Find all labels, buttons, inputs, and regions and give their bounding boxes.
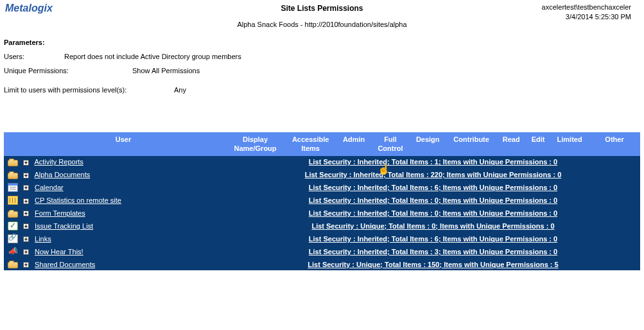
expand-toggle[interactable] — [23, 249, 29, 255]
list-security-link[interactable]: List Security : Inherited; Total Items :… — [309, 248, 557, 256]
list-security-link[interactable]: List Security : Inherited; Total Items :… — [309, 235, 557, 243]
list-name-link[interactable]: Shared Documents — [35, 261, 95, 268]
list-name-link[interactable]: Form Templates — [35, 209, 85, 217]
table-row: Now Hear This!List Security : Inherited;… — [4, 245, 640, 258]
list-name-link[interactable]: Activity Reports — [34, 158, 83, 166]
expand-toggle[interactable] — [23, 173, 29, 178]
expand-toggle[interactable] — [23, 223, 29, 229]
calendar-icon — [8, 183, 18, 192]
param-unique-value: Show All Permissions — [132, 67, 640, 74]
param-users-value: Report does not include Active Directory… — [64, 53, 640, 60]
parameters-heading: Parameters: — [4, 39, 640, 46]
table-row: CP Statistics on remote siteList Securit… — [4, 194, 640, 207]
param-limit-label: Limit to users with permissions level(s)… — [4, 86, 174, 94]
table-row: Activity ReportsList Security : Inherite… — [4, 156, 640, 169]
list-security-link[interactable]: List Security : Inherited; Total Items :… — [309, 209, 557, 217]
list-name-link[interactable]: Calendar — [35, 184, 64, 191]
table-row: Alpha DocumentsList Security : Inherited… — [4, 168, 640, 181]
param-users-label: Users: — [4, 53, 64, 60]
list-security-link[interactable]: List Security : Inherited; Total Items :… — [309, 184, 557, 191]
list-security-link[interactable]: List Security : Unique; Total Items : 0;… — [311, 222, 554, 230]
list-security-link[interactable]: List Security : Inherited; Total Items :… — [309, 196, 557, 204]
expand-toggle[interactable] — [23, 185, 29, 191]
param-unique-label: Unique Permissions: — [4, 67, 132, 74]
col-limited[interactable]: Limited — [550, 132, 589, 156]
folder-icon — [8, 262, 18, 268]
table-row: Issue Tracking ListList Security : Uniqu… — [4, 220, 640, 232]
folder-icon — [8, 173, 18, 179]
folder-icon — [8, 211, 18, 218]
col-read[interactable]: Read — [497, 132, 526, 156]
current-user: axcelertest\testbenchaxceler — [542, 3, 631, 12]
list-name-link[interactable]: Alpha Documents — [34, 171, 90, 178]
report-timestamp: 3/4/2014 5:25:30 PM — [542, 12, 631, 22]
table-row: CalendarList Security : Inherited; Total… — [4, 181, 640, 194]
logo: Metalogix — [5, 3, 53, 14]
col-full[interactable]: Full Control — [371, 132, 410, 156]
links-icon — [8, 234, 18, 243]
sheet-icon — [8, 196, 18, 205]
list-name-link[interactable]: Now Hear This! — [35, 248, 83, 256]
list-name-link[interactable]: Issue Tracking List — [35, 222, 93, 230]
col-accessible[interactable]: Accessible Items — [284, 132, 336, 156]
table-row: Form TemplatesList Security : Inherited;… — [4, 207, 640, 220]
expand-toggle[interactable] — [23, 236, 29, 242]
list-security-link[interactable]: List Security : Inherited; Total Items :… — [305, 171, 562, 178]
col-display[interactable]: Display Name/Group — [226, 132, 284, 156]
horn-icon — [8, 247, 18, 256]
expand-toggle[interactable] — [23, 211, 29, 216]
col-other[interactable]: Other — [589, 132, 640, 156]
col-user[interactable]: User — [21, 132, 226, 156]
col-admin[interactable]: Admin — [336, 132, 371, 156]
param-limit-value: Any — [174, 86, 640, 94]
table-row: LinksList Security : Inherited; Total It… — [4, 232, 640, 245]
list-security-link[interactable]: List Security : Inherited; Total Items :… — [309, 158, 557, 166]
table-row: Shared DocumentsList Security : Unique; … — [4, 258, 640, 271]
col-edit[interactable]: Edit — [526, 132, 550, 156]
col-design[interactable]: Design — [410, 132, 446, 156]
list-name-link[interactable]: CP Statistics on remote site — [35, 196, 121, 204]
col-contribute[interactable]: Contribute — [446, 132, 497, 156]
expand-toggle[interactable] — [23, 198, 29, 204]
issue-icon — [8, 221, 18, 230]
expand-toggle[interactable] — [23, 160, 29, 166]
list-name-link[interactable]: Links — [35, 235, 51, 243]
list-security-link[interactable]: List Security : Unique; Total Items : 15… — [308, 261, 558, 268]
folder-icon — [8, 160, 18, 166]
permissions-table: User Display Name/Group Accessible Items… — [4, 132, 640, 270]
expand-toggle[interactable] — [23, 262, 29, 268]
